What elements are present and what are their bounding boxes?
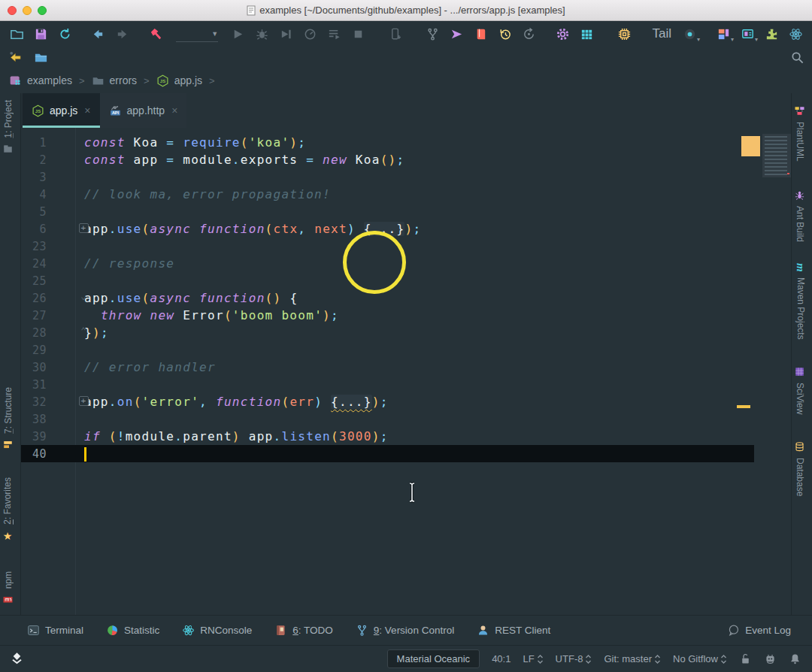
- line-number[interactable]: 23: [21, 240, 47, 253]
- search-icon[interactable]: [788, 48, 806, 66]
- toolwindow-statistic[interactable]: Statistic: [106, 624, 159, 637]
- code-line[interactable]: 25: [21, 272, 791, 289]
- plugin-puzzle-icon[interactable]: [762, 25, 780, 43]
- line-number[interactable]: 29: [21, 344, 47, 357]
- blue-folder-icon[interactable]: [32, 48, 50, 66]
- warning-stripe-mark[interactable]: [737, 405, 750, 408]
- line-number[interactable]: 31: [21, 378, 47, 392]
- attach-device-icon[interactable]: [386, 25, 404, 43]
- toolwindow-rest-client[interactable]: REST Client: [477, 624, 550, 637]
- code-line[interactable]: 5: [21, 203, 791, 220]
- settings-gear-icon[interactable]: [554, 25, 572, 43]
- git-branch-icon[interactable]: [424, 25, 442, 43]
- toolwindow-rnconsole[interactable]: RNConsole: [182, 624, 252, 637]
- fold-expand-icon[interactable]: +: [79, 223, 89, 233]
- sidebar-item-maven-projects[interactable]: m Maven Projects: [794, 263, 807, 339]
- notifications-bell-icon[interactable]: [789, 652, 801, 665]
- line-number[interactable]: 1: [21, 136, 47, 150]
- line-number[interactable]: 28: [21, 326, 47, 340]
- close-icon[interactable]: ×: [171, 104, 177, 117]
- toolwindow-event-log[interactable]: Event Log: [727, 624, 791, 637]
- save-all-icon[interactable]: [32, 25, 50, 43]
- toolwindow-todo[interactable]: 6: TODO: [274, 624, 333, 637]
- monitor-db-icon[interactable]: ▾: [738, 25, 756, 43]
- line-number[interactable]: 26: [21, 292, 47, 305]
- line-number[interactable]: 39: [21, 430, 47, 443]
- minimap-viewport[interactable]: [741, 136, 760, 156]
- minimap[interactable]: [741, 134, 791, 177]
- sidebar-item-sciview[interactable]: SciView: [794, 366, 805, 414]
- rollback-icon[interactable]: [520, 25, 538, 43]
- line-number[interactable]: 32: [21, 395, 47, 409]
- fold-collapse-icon[interactable]: ⌄: [79, 292, 89, 302]
- fold-collapse-icon[interactable]: ⌃: [79, 327, 89, 337]
- tail-button[interactable]: Tail: [650, 26, 675, 41]
- back-icon[interactable]: [89, 25, 108, 43]
- react-atom-icon[interactable]: [786, 25, 804, 43]
- breadcrumb-item-file[interactable]: JS app.js: [156, 74, 202, 87]
- close-icon[interactable]: ×: [84, 104, 90, 117]
- gitflow-select[interactable]: No Gitflow: [673, 653, 727, 664]
- line-number[interactable]: 6: [21, 222, 47, 236]
- yellow-back-arrow-icon[interactable]: [6, 48, 24, 66]
- line-number[interactable]: 25: [21, 274, 47, 288]
- open-folder-icon[interactable]: [8, 25, 26, 43]
- sidebar-item-favorites[interactable]: ★ 2: Favorites: [2, 477, 13, 542]
- robot-icon[interactable]: [764, 652, 777, 665]
- code-line[interactable]: 4// look ma, error propagation!: [21, 186, 791, 203]
- tab-app-http[interactable]: API app.http ×: [100, 93, 187, 128]
- toolwindow-version-control[interactable]: 9: Version Control: [356, 624, 454, 637]
- code-line[interactable]: 24// response: [21, 255, 791, 272]
- code-line[interactable]: 3: [21, 168, 791, 186]
- sidebar-item-plantuml[interactable]: PlantUML: [794, 105, 805, 162]
- run-config-select[interactable]: ▼: [176, 26, 218, 42]
- breadcrumb-item-folder[interactable]: errors: [92, 74, 138, 87]
- grid-icon[interactable]: [578, 25, 596, 43]
- caret-position[interactable]: 40:1: [492, 653, 511, 664]
- toolwindow-terminal[interactable]: Terminal: [27, 624, 83, 637]
- local-history-icon[interactable]: [496, 25, 514, 43]
- theme-popup[interactable]: Material Oceanic: [387, 649, 480, 668]
- record-icon[interactable]: ▾: [680, 25, 698, 43]
- encoding-select[interactable]: UTF-8: [556, 653, 592, 664]
- sidebar-item-npm[interactable]: npm: [2, 571, 14, 605]
- run-buffered-icon[interactable]: [325, 25, 343, 43]
- code-line[interactable]: 26⌄app.use(async function() {: [21, 289, 791, 307]
- reader-book-icon[interactable]: [472, 25, 490, 43]
- sidebar-item-structure[interactable]: 7: Structure: [2, 387, 14, 450]
- cpu-chip-icon[interactable]: [616, 25, 634, 43]
- run-with-coverage-icon[interactable]: [277, 25, 295, 43]
- screens-icon[interactable]: ▾: [714, 25, 732, 43]
- editor[interactable]: 1const Koa = require('koa');2const app =…: [21, 128, 791, 615]
- code-line[interactable]: 31: [21, 376, 791, 393]
- line-number[interactable]: 3: [21, 171, 47, 184]
- fold-expand-icon[interactable]: +: [79, 396, 89, 406]
- line-separator-select[interactable]: LF: [523, 653, 543, 664]
- stop-icon[interactable]: [349, 25, 367, 43]
- forward-icon[interactable]: [114, 25, 132, 43]
- line-number[interactable]: 30: [21, 361, 47, 374]
- code-line[interactable]: 1const Koa = require('koa');: [21, 134, 791, 151]
- unlock-icon[interactable]: [739, 652, 752, 665]
- folded-region[interactable]: {...}: [331, 395, 372, 409]
- code-line[interactable]: 29: [21, 341, 791, 359]
- line-number[interactable]: 27: [21, 309, 47, 322]
- line-number[interactable]: 24: [21, 257, 47, 271]
- line-number[interactable]: 2: [21, 153, 47, 167]
- line-number[interactable]: 38: [21, 413, 47, 426]
- line-number[interactable]: 5: [21, 205, 47, 219]
- debug-icon[interactable]: [253, 25, 271, 43]
- git-branch-select[interactable]: Git: master: [604, 653, 661, 664]
- synchronize-icon[interactable]: [56, 25, 74, 43]
- tab-app-js[interactable]: JS app.js ×: [23, 93, 100, 128]
- code-line[interactable]: 6+app.use(async function(ctx, next) {...…: [21, 220, 791, 238]
- code-line[interactable]: 2const app = module.exports = new Koa();: [21, 151, 791, 168]
- code-line[interactable]: 32+app.on('error', function(err) {...});: [21, 393, 791, 410]
- code-line[interactable]: 30// error handler: [21, 359, 791, 376]
- send-icon[interactable]: [448, 25, 466, 43]
- code-line[interactable]: 38: [21, 410, 791, 428]
- sidebar-item-ant-build[interactable]: Ant Build: [794, 189, 805, 242]
- profiler-icon[interactable]: [301, 25, 319, 43]
- tool-window-layers-icon[interactable]: [11, 652, 23, 665]
- build-hammer-icon[interactable]: [147, 25, 165, 43]
